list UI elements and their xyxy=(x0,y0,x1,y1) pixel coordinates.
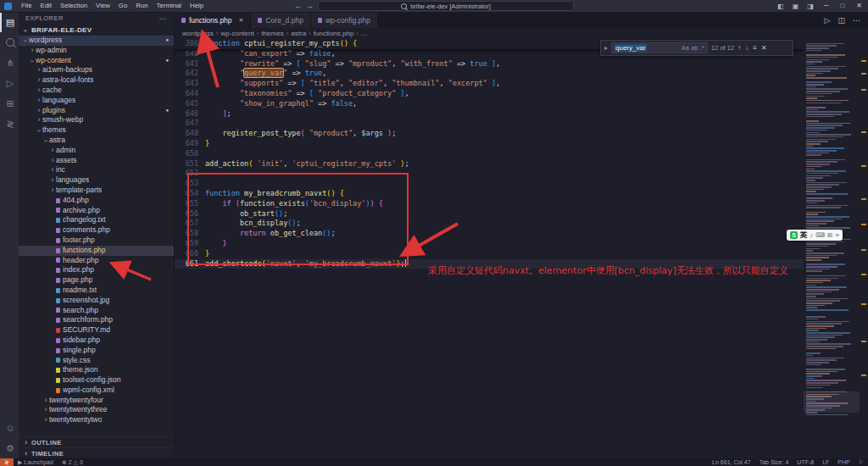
source-control-icon[interactable]: ⋔ xyxy=(0,53,19,73)
tree-item-single.php[interactable]: single.php xyxy=(19,346,174,356)
ime-tool-icon-1[interactable]: ⌨ xyxy=(815,231,825,239)
tree-item-twentytwentyfour[interactable]: ›twentytwentyfour xyxy=(19,396,174,406)
regex-icon[interactable]: .* xyxy=(700,45,704,51)
command-center-search[interactable]: brifar-ele-dev [Administrator] xyxy=(318,1,574,11)
tree-item-functions.php[interactable]: functions.php xyxy=(19,246,174,256)
code-line-650[interactable]: 650 xyxy=(175,149,804,159)
account-icon[interactable]: ☺ xyxy=(0,418,19,438)
tree-item-changelog.txt[interactable]: changelog.txt xyxy=(19,215,174,225)
code-line-655[interactable]: 655 if (function_exists('bcn_display')) … xyxy=(175,199,804,209)
code-line-644[interactable]: 644 "taxonomies" => [ "product_category"… xyxy=(175,89,804,99)
split-editor-icon[interactable]: ◫ xyxy=(837,16,845,25)
remote-explorer-icon[interactable]: ≷ xyxy=(0,114,19,134)
code-line-646[interactable]: 646 ]; xyxy=(175,109,804,119)
find-prev-icon[interactable]: ↑ xyxy=(737,44,741,52)
remote-indicator[interactable]: ≷ xyxy=(0,458,14,466)
menu-terminal[interactable]: Terminal xyxy=(153,0,186,12)
code-line-657[interactable]: 657 bcn_display(); xyxy=(175,219,804,229)
tree-item-sidebar.php[interactable]: sidebar.php xyxy=(19,336,174,346)
menu-go[interactable]: Go xyxy=(114,0,131,12)
ime-toolbar[interactable]: S 英 ♪⌨⊞≡ xyxy=(787,230,843,241)
tree-item-search.php[interactable]: search.php xyxy=(19,306,174,316)
tree-item-404.php[interactable]: 404.php xyxy=(19,196,174,206)
ime-tool-icon-0[interactable]: ♪ xyxy=(810,231,814,239)
code-line-649[interactable]: 649} xyxy=(175,139,804,149)
code-line-652[interactable]: 652 xyxy=(175,169,804,179)
menu-run[interactable]: Run xyxy=(131,0,152,12)
layout-toggle-icon-1[interactable]: ▣ xyxy=(788,3,804,10)
notifications-bell[interactable]: ⚐ xyxy=(854,459,868,466)
indentation[interactable]: Tab Size: 4 xyxy=(755,459,793,465)
cursor-position[interactable]: Ln 661, Col 47 xyxy=(708,459,755,465)
menu-file[interactable]: File xyxy=(17,0,36,12)
breadcrumb-item-wordpress[interactable]: wordpress xyxy=(182,30,214,37)
layout-toggle-icon-2[interactable]: ◨ xyxy=(803,3,818,10)
tree-item-cache[interactable]: ›cache xyxy=(19,86,174,96)
more-actions-icon[interactable]: ⋯ xyxy=(853,16,860,25)
tree-item-wp-admin[interactable]: ›wp-admin xyxy=(19,46,174,56)
close-tab-icon[interactable]: ✕ xyxy=(239,17,244,24)
whole-word-icon[interactable]: ab xyxy=(692,45,698,51)
tree-item-twentytwentytwo[interactable]: ›twentytwentytwo xyxy=(19,415,174,425)
tree-item-wordpress[interactable]: ›wordpress● xyxy=(19,36,174,46)
search-icon[interactable] xyxy=(0,32,19,53)
tree-item-screenshot.jpg[interactable]: screenshot.jpg xyxy=(19,296,174,306)
code-line-654[interactable]: 654function my_breadcrumb_navxt() { xyxy=(175,189,804,199)
tree-item-index.php[interactable]: index.php xyxy=(19,265,174,275)
code-line-659[interactable]: 659 } xyxy=(175,239,804,249)
find-input[interactable]: query_var Aa ab .* xyxy=(611,42,708,53)
layout-toggle-icon-0[interactable]: ◧ xyxy=(773,3,788,10)
language-mode[interactable]: PHP xyxy=(833,459,854,465)
tree-item-page.php[interactable]: page.php xyxy=(19,275,174,286)
minimap[interactable] xyxy=(804,39,860,458)
launchpad[interactable]: ▶Launchpad xyxy=(14,459,58,466)
tree-item-languages[interactable]: ›languages xyxy=(19,96,174,106)
minimap-slider[interactable] xyxy=(804,391,860,413)
find-next-icon[interactable]: ↓ xyxy=(745,44,748,52)
tree-item-searchform.php[interactable]: searchform.php xyxy=(19,315,174,325)
tree-item-astra[interactable]: ›astra xyxy=(19,136,174,146)
ime-tool-icon-2[interactable]: ⊞ xyxy=(827,231,832,239)
tree-item-readme.txt[interactable]: readme.txt xyxy=(19,286,174,296)
run-debug-icon[interactable]: ▷ xyxy=(0,73,19,93)
code-line-656[interactable]: 656 ob_start(); xyxy=(175,209,804,219)
code-line-651[interactable]: 651add_action( 'init', 'cptui_register_m… xyxy=(175,159,804,169)
menu-view[interactable]: View xyxy=(92,0,114,12)
tree-item-toolset-config.json[interactable]: toolset-config.json xyxy=(19,375,174,386)
timeline-section[interactable]: › TIMELINE xyxy=(19,447,174,458)
tree-item-archive.php[interactable]: archive.php xyxy=(19,206,174,216)
tree-item-assets[interactable]: ›assets xyxy=(19,156,174,166)
settings-icon[interactable]: ⚙ xyxy=(0,438,19,458)
tree-item-plugins[interactable]: ›plugins● xyxy=(19,106,174,116)
tree-item-SECURITY.md[interactable]: SECURITY.md xyxy=(19,325,174,336)
workspace-root-folder[interactable]: › BRIFAR-ELE-DEV xyxy=(19,25,174,36)
tree-item-footer.php[interactable]: footer.php xyxy=(19,236,174,246)
tree-item-wp-content[interactable]: ›wp-content● xyxy=(19,56,174,66)
code-line-643[interactable]: 643 "supports" => [ "title", "editor", "… xyxy=(175,79,804,89)
find-in-selection-icon[interactable]: ≡ xyxy=(753,44,757,52)
tree-item-admin[interactable]: ›admin xyxy=(19,146,174,156)
breadcrumb[interactable]: wordpress›wp-content›themes›astra›functi… xyxy=(175,28,868,39)
code-line-647[interactable]: 647 xyxy=(175,119,804,129)
code-line-648[interactable]: 648 register_post_type( "mproduct", $arg… xyxy=(175,129,804,139)
tree-item-header.php[interactable]: header.php xyxy=(19,256,174,266)
tree-item-ai1wm-backups[interactable]: ›ai1wm-backups xyxy=(19,65,174,75)
tab-Core_d.php[interactable]: Core_d.php xyxy=(251,12,310,28)
tree-item-theme.json[interactable]: theme.json xyxy=(19,365,174,375)
menu-selection[interactable]: Selection xyxy=(56,0,92,12)
minimize-button[interactable]: ─ xyxy=(818,0,835,12)
tree-item-astra-local-fonts[interactable]: ›astra-local-fonts xyxy=(19,75,174,86)
ime-tool-icon-3[interactable]: ≡ xyxy=(835,231,838,239)
ime-logo-icon[interactable]: S xyxy=(790,231,798,239)
tree-item-inc[interactable]: ›inc xyxy=(19,165,174,175)
breadcrumb-item-themes[interactable]: themes xyxy=(261,30,283,37)
encoding[interactable]: UTF-8 xyxy=(793,459,818,465)
code-line-660[interactable]: 660} xyxy=(175,249,804,259)
breadcrumb-item-wp-content[interactable]: wp-content xyxy=(221,30,254,37)
extensions-icon[interactable]: ⊞ xyxy=(0,93,19,114)
code-line-645[interactable]: 645 "show_in_graphql" => false, xyxy=(175,99,804,109)
breadcrumb-item-astra[interactable]: astra xyxy=(291,30,306,37)
code-editor[interactable]: 386function cptui_register_my_cpts() { 6… xyxy=(175,39,804,458)
tree-item-template-parts[interactable]: ›template-parts xyxy=(19,186,174,196)
match-case-icon[interactable]: Aa xyxy=(682,45,689,51)
